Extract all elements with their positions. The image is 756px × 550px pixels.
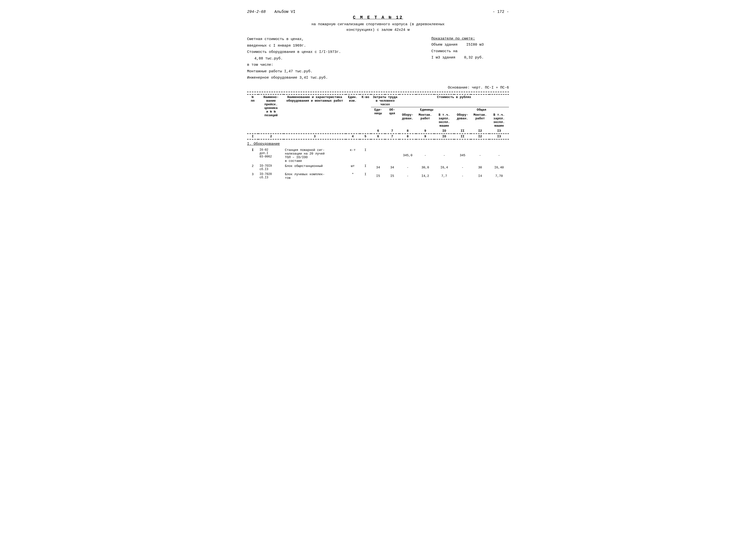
cell-unit-1: к-т bbox=[346, 147, 360, 163]
cell-c9-3: I4,2 bbox=[416, 172, 434, 180]
col-header-c10: В т.ч. зарпл. экспл. машин bbox=[434, 112, 454, 128]
cell-code-2: IO-7OI9 сб.I3 bbox=[258, 163, 284, 172]
col-num-6: 6 bbox=[371, 128, 385, 134]
cell-code-1: I6-02 доп.I 03-0062 bbox=[258, 147, 284, 163]
col-header-qty: К-во bbox=[360, 94, 371, 134]
cell-c11-1: 345 bbox=[454, 147, 471, 163]
col-header-labor-total: Об- щая bbox=[385, 107, 399, 128]
info-section: Сметная стоимость в ценах, введенных с I… bbox=[247, 37, 509, 82]
cell-c8-1: 345,0 bbox=[399, 147, 416, 163]
col-num-13: I3 bbox=[489, 128, 509, 134]
cost-intro-1: Сметная стоимость в ценах, bbox=[247, 37, 431, 42]
col-header-labor-unit: Еди- ницы bbox=[371, 107, 385, 128]
col-header-total-costs: Общая bbox=[454, 107, 509, 112]
cell-unit-3: " bbox=[346, 172, 360, 180]
col-num-11: II bbox=[454, 128, 471, 134]
montaj-cost: Монтажные работы I,47 тыс.руб. bbox=[247, 69, 431, 74]
col-idx-8: 8 bbox=[399, 134, 416, 139]
table-row: 2 IO-7OI9 сб.I3 Блок общестанционный шт … bbox=[247, 163, 509, 172]
section-title-row: I. Оборудование bbox=[247, 139, 509, 147]
doc-number: 294-2-68 Альбом VI bbox=[247, 10, 295, 14]
main-table-wrapper: № пп Наимено- вание прейск. ценника и № … bbox=[247, 94, 509, 180]
cell-qty-2: I bbox=[360, 163, 371, 172]
col-header-num: № пп bbox=[247, 94, 258, 134]
col-header-c13: В т.ч. зарпл. экспл. машин bbox=[489, 112, 509, 128]
osnowanie-line: Основание: черт. ПС-I + ПС-6 bbox=[247, 86, 509, 90]
col-idx-6: 6 bbox=[371, 134, 385, 139]
col-header-c8: Обору- дован. bbox=[399, 112, 416, 128]
col-header-c11: Обору- дован. bbox=[454, 112, 471, 128]
col-idx-1: I bbox=[247, 134, 258, 139]
cell-l-total-1 bbox=[385, 147, 399, 163]
col-header-labor: Затраты труда в человеко часах bbox=[371, 94, 399, 107]
cell-c13-1: - bbox=[489, 147, 509, 163]
cell-c12-2: 30 bbox=[471, 163, 489, 172]
cell-desc-2: Блок общестанционный bbox=[284, 163, 346, 172]
cell-qty-3: I bbox=[360, 172, 371, 180]
equipment-price-intro: Стоимость оборудования в ценах с I/I-197… bbox=[247, 49, 431, 55]
col-idx-5: 5 bbox=[360, 134, 371, 139]
equipment-cost: Инженерное оборудование 3,4I тыс.руб. bbox=[247, 75, 431, 81]
cell-qty-1: I bbox=[360, 147, 371, 163]
cell-c12-1: - bbox=[471, 147, 489, 163]
cell-num-1: I bbox=[247, 147, 258, 163]
cell-c9-1: - bbox=[416, 147, 434, 163]
col-num-8: 8 bbox=[399, 128, 416, 134]
col-idx-11: II bbox=[454, 134, 471, 139]
cell-l-unit-2: 34 bbox=[371, 163, 385, 172]
cell-unit-2: шт bbox=[346, 163, 360, 172]
col-header-unit: Един. изм. bbox=[346, 94, 360, 134]
header-bar: 294-2-68 Альбом VI - 172 - bbox=[247, 10, 509, 14]
info-right: Показатели по смете: Объем здания I5I80 … bbox=[431, 37, 509, 82]
col-idx-10: IO bbox=[434, 134, 454, 139]
cell-num-2: 2 bbox=[247, 163, 258, 172]
col-num-7: 7 bbox=[385, 128, 399, 134]
cell-c9-2: 30,0 bbox=[416, 163, 434, 172]
info-left: Сметная стоимость в ценах, введенных с I… bbox=[247, 37, 431, 82]
osnowanie-text: Основание: черт. ПС-I + ПС-6 bbox=[448, 86, 509, 90]
col-idx-12: I2 bbox=[471, 134, 489, 139]
section-1-title: I. Оборудование bbox=[247, 139, 509, 147]
col-idx-3: 3 bbox=[284, 134, 346, 139]
page-number: - 172 - bbox=[493, 10, 509, 14]
cell-l-total-2: 34 bbox=[385, 163, 399, 172]
col-idx-2: 2 bbox=[258, 134, 284, 139]
unit-cost-line: Стоимость на bbox=[431, 49, 509, 54]
cell-c11-3: - bbox=[454, 172, 471, 180]
col-index-row: I 2 3 4 5 6 7 8 9 IO II I2 I3 bbox=[247, 134, 509, 139]
cost-total: 4,88 тыс.руб. bbox=[254, 56, 431, 62]
cell-num-3: 3 bbox=[247, 172, 258, 180]
top-dashed-line bbox=[247, 92, 509, 92]
col-header-unit-costs: Единицы bbox=[399, 107, 454, 112]
cost-intro-2: введенных с I января 1969г. bbox=[247, 43, 431, 49]
cell-c10-3: 7,7 bbox=[434, 172, 454, 180]
cell-c10-1: - bbox=[434, 147, 454, 163]
cell-desc-3: Блок лучевых комплек- тов bbox=[284, 172, 346, 180]
col-header-code: Наимено- вание прейск. ценника и № № поз… bbox=[258, 94, 284, 134]
title-sub-2: конструкциях) с залом 42x24 м bbox=[247, 27, 509, 33]
volume-line: Объем здания I5I80 м3 bbox=[431, 42, 509, 48]
col-num-10: IO bbox=[434, 128, 454, 134]
table-row: 3 IO-7020 сб.I3 Блок лучевых комплек- то… bbox=[247, 172, 509, 180]
col-idx-13: I3 bbox=[489, 134, 509, 139]
unit-cost-value-line: I м3 здания 0,32 руб. bbox=[431, 55, 509, 61]
cell-l-unit-3: I5 bbox=[371, 172, 385, 180]
including-label: в том числе: bbox=[247, 62, 431, 68]
cell-l-total-3: I5 bbox=[385, 172, 399, 180]
cell-desc-1: Станция пожарной сиг- нализации на 20 лу… bbox=[284, 147, 346, 163]
col-header-c12: Монтаж. работ bbox=[471, 112, 489, 128]
title-section: С М Е Т А № 12 на пожарную сигнализацию … bbox=[247, 15, 509, 33]
col-num-12: I2 bbox=[471, 128, 489, 134]
cell-l-unit-1 bbox=[371, 147, 385, 163]
cell-c8-2: - bbox=[399, 163, 416, 172]
table-row: I I6-02 доп.I 03-0062 Станция пожарной с… bbox=[247, 147, 509, 163]
col-header-c9: Монтаж. работ bbox=[416, 112, 434, 128]
cell-c11-2: - bbox=[454, 163, 471, 172]
col-idx-4: 4 bbox=[346, 134, 360, 139]
title-main: С М Е Т А № 12 bbox=[247, 15, 509, 20]
col-header-desc: Наименование и характеристика оборудован… bbox=[284, 94, 346, 134]
cell-c13-3: 7,70 bbox=[489, 172, 509, 180]
cell-c10-2: I6,4 bbox=[434, 163, 454, 172]
col-num-9: 9 bbox=[416, 128, 434, 134]
cell-c8-3: - bbox=[399, 172, 416, 180]
